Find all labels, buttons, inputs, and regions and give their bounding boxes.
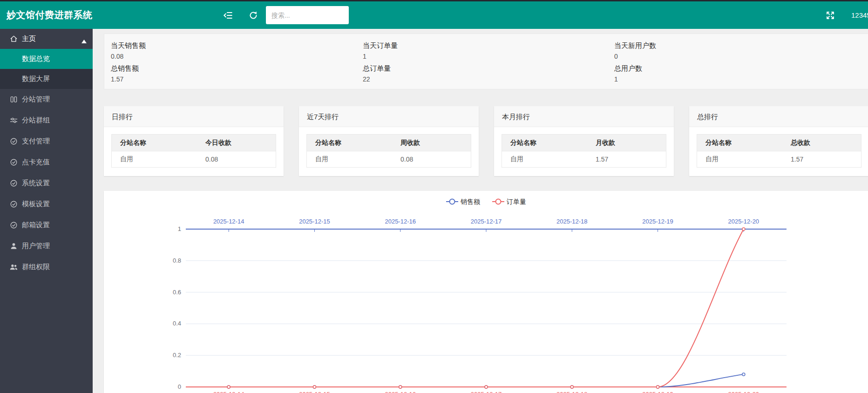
stat-today-sales: 当天销售额 0.08 xyxy=(111,39,363,62)
column-header: 总收款 xyxy=(782,135,861,151)
svg-text:2025-12-14: 2025-12-14 xyxy=(213,391,244,393)
svg-text:2025-12-20: 2025-12-20 xyxy=(728,218,760,225)
column-header: 分站名称 xyxy=(502,135,588,151)
columns-icon xyxy=(10,95,18,103)
stat-value: 0 xyxy=(614,53,862,60)
sidebar-item-mail-settings[interactable]: 邮箱设置 xyxy=(0,215,93,236)
sidebar-subitem-label: 数据大屏 xyxy=(22,75,50,83)
sidebar-subitem-label: 数据总览 xyxy=(22,54,50,63)
rank-card-total: 总排行 分站名称 总收款 自用 1.57 xyxy=(689,106,868,176)
svg-text:0.4: 0.4 xyxy=(173,320,181,327)
sales-orders-line-chart[interactable]: 2025-12-142025-12-152025-12-162025-12-17… xyxy=(104,191,868,393)
sidebar-item-card-recharge[interactable]: 点卡充值 xyxy=(0,152,93,173)
cell-site-name: 自用 xyxy=(697,151,783,168)
cell-amount: 0.08 xyxy=(392,151,471,168)
svg-text:2025-12-20: 2025-12-20 xyxy=(728,391,760,393)
svg-text:0.8: 0.8 xyxy=(173,257,181,264)
svg-text:订单量: 订单量 xyxy=(506,198,526,205)
stat-value: 0.08 xyxy=(111,53,363,60)
sidebar-item-label: 支付管理 xyxy=(22,137,50,146)
rank-card-daily: 日排行 分站名称 今日收款 自用 0.08 xyxy=(104,106,284,176)
sidebar-item-template-settings[interactable]: 模板设置 xyxy=(0,194,93,215)
legend-item: 销售额 xyxy=(446,198,480,205)
sidebar-item-user-manage[interactable]: 用户管理 xyxy=(0,236,93,257)
sidebar-item-system-settings[interactable]: 系统设置 xyxy=(0,173,93,194)
sidebar-nav: 主页 数据总览 数据大屏 分站管理 分站群组 xyxy=(0,29,93,393)
card-title: 日排行 xyxy=(104,106,284,127)
sales-orders-chart-card: 2025-12-142025-12-152025-12-162025-12-17… xyxy=(104,191,868,393)
rank-card-month: 本月排行 分站名称 月收款 自用 1.57 xyxy=(494,106,674,176)
rank-table: 分站名称 总收款 自用 1.57 xyxy=(697,134,861,168)
circle-check-icon xyxy=(10,137,18,145)
collapse-menu-icon[interactable] xyxy=(223,10,233,20)
circle-check-icon xyxy=(10,179,18,187)
card-title: 近7天排行 xyxy=(299,106,479,127)
sidebar-item-home[interactable]: 主页 xyxy=(0,29,93,49)
stats-summary-panel: 当天销售额 0.08 当天订单量 1 当天新用户数 0 总销售额 1.57 总订… xyxy=(104,34,868,89)
sidebar-item-label: 邮箱设置 xyxy=(22,221,50,230)
sidebar-item-data-screen[interactable]: 数据大屏 xyxy=(0,69,93,89)
svg-text:2025-12-19: 2025-12-19 xyxy=(642,218,673,225)
sidebar-item-label: 分站群组 xyxy=(22,116,50,125)
stat-today-orders: 当天订单量 1 xyxy=(363,39,614,62)
cell-site-name: 自用 xyxy=(112,151,197,168)
stat-today-new-users: 当天新用户数 0 xyxy=(614,39,862,62)
circle-check-icon xyxy=(10,221,18,229)
sidebar-item-substation-manage[interactable]: 分站管理 xyxy=(0,89,93,110)
admin-dashboard: { "header": { "title": "妙文馆付费进群系统", "sea… xyxy=(0,0,868,393)
column-header: 分站名称 xyxy=(307,135,393,151)
stat-total-orders: 总订单量 22 xyxy=(363,62,614,85)
stat-value: 1.57 xyxy=(111,75,363,83)
svg-text:2025-12-17: 2025-12-17 xyxy=(471,218,502,225)
svg-text:0: 0 xyxy=(178,383,181,390)
column-header: 分站名称 xyxy=(697,135,783,151)
stat-total-sales: 总销售额 1.57 xyxy=(111,62,363,85)
svg-text:2025-12-15: 2025-12-15 xyxy=(299,218,330,225)
rank-table: 分站名称 今日收款 自用 0.08 xyxy=(111,134,276,168)
sidebar-item-group-permissions[interactable]: 群组权限 xyxy=(0,257,93,278)
stat-label: 总用户数 xyxy=(614,64,862,73)
sidebar-item-data-overview[interactable]: 数据总览 xyxy=(0,49,93,69)
rank-table: 分站名称 月收款 自用 1.57 xyxy=(502,134,666,168)
search-input[interactable] xyxy=(266,6,349,24)
sidebar-item-payment-manage[interactable]: 支付管理 xyxy=(0,131,93,152)
ranking-cards-row: 日排行 分站名称 今日收款 自用 0.08 近7天排行 分站名称 周收款 xyxy=(104,106,868,176)
cell-site-name: 自用 xyxy=(502,151,588,168)
username-menu[interactable]: 12345 xyxy=(851,1,868,29)
column-header: 今日收款 xyxy=(197,135,276,151)
app-title: 妙文馆付费进群系统 xyxy=(7,1,93,29)
table-row: 自用 1.57 xyxy=(697,151,861,168)
table-row: 自用 0.08 xyxy=(307,151,471,168)
refresh-icon[interactable] xyxy=(249,11,258,20)
svg-text:2025-12-16: 2025-12-16 xyxy=(385,218,416,225)
stat-label: 总订单量 xyxy=(363,64,614,73)
sidebar-item-label: 模板设置 xyxy=(22,200,50,209)
svg-text:2025-12-16: 2025-12-16 xyxy=(385,391,416,393)
circle-check-icon xyxy=(10,158,18,166)
users-icon xyxy=(10,263,18,271)
svg-text:2025-12-15: 2025-12-15 xyxy=(299,391,330,393)
column-header: 周收款 xyxy=(392,135,471,151)
svg-text:0.2: 0.2 xyxy=(173,352,181,359)
column-header: 分站名称 xyxy=(112,135,197,151)
sidebar-item-label: 系统设置 xyxy=(22,179,50,188)
svg-text:1: 1 xyxy=(178,225,181,232)
sidebar-item-substation-groups[interactable]: 分站群组 xyxy=(0,110,93,131)
home-icon xyxy=(10,35,18,43)
stat-label: 当天新用户数 xyxy=(614,41,862,50)
svg-text:0.6: 0.6 xyxy=(173,289,181,296)
stat-value: 1 xyxy=(614,75,862,83)
table-row: 自用 1.57 xyxy=(502,151,666,168)
rank-card-7days: 近7天排行 分站名称 周收款 自用 0.08 xyxy=(299,106,479,176)
card-title: 本月排行 xyxy=(494,106,674,127)
sliders-icon xyxy=(10,116,18,124)
top-header: 妙文馆付费进群系统 12345 xyxy=(0,1,868,29)
chevron-up-icon xyxy=(81,37,87,41)
sidebar-item-label: 分站管理 xyxy=(22,95,50,104)
fullscreen-icon[interactable] xyxy=(826,11,835,20)
sidebar-item-label: 点卡充值 xyxy=(22,158,50,167)
card-title: 总排行 xyxy=(689,106,868,127)
stat-label: 总销售额 xyxy=(111,64,363,73)
cell-amount: 0.08 xyxy=(197,151,276,168)
stat-total-users: 总用户数 1 xyxy=(614,62,862,85)
